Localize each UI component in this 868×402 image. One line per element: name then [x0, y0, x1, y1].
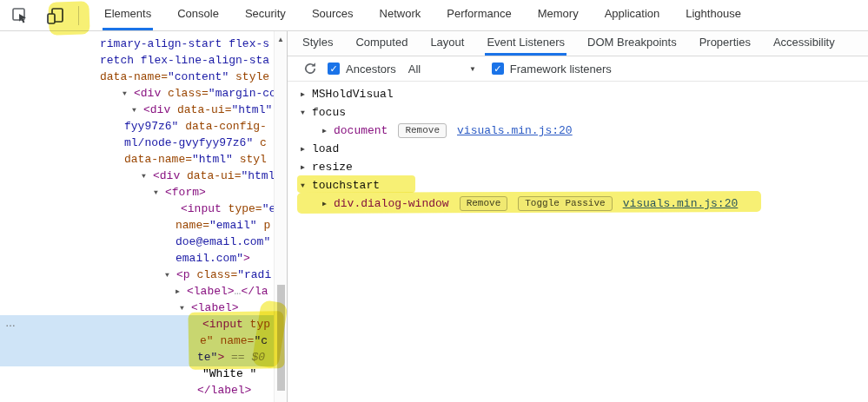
code-line[interactable]: ml/node-gvyfyy97z6" c	[0, 135, 274, 151]
code-token: <input	[202, 318, 243, 331]
tab-console[interactable]: Console	[176, 0, 221, 30]
expand-arrow-icon: ▼	[132, 102, 143, 118]
tab-memory[interactable]: Memory	[536, 0, 580, 30]
code-line[interactable]: email.com">	[0, 250, 274, 267]
code-token: "html	[241, 169, 274, 182]
code-token: class=	[190, 268, 238, 281]
inspect-element-icon[interactable]	[9, 4, 31, 27]
elements-scrollbar[interactable]: ▲	[274, 31, 287, 402]
tab-lighthouse[interactable]: Lighthouse	[684, 0, 743, 30]
sidebar-tab-dom-breakpoints[interactable]: DOM Breakpoints	[586, 31, 679, 56]
dom-tree: rimary-align-start flex-sretch flex-line…	[0, 31, 287, 399]
code-token: <label>	[187, 285, 235, 298]
expand-arrow-icon: ▼	[123, 85, 134, 102]
tab-application[interactable]: Application	[603, 0, 662, 30]
remove-button[interactable]: Remove	[460, 196, 508, 211]
sidebar-tab-properties[interactable]: Properties	[698, 31, 752, 56]
code-token: </label>	[197, 384, 251, 397]
tab-security[interactable]: Security	[243, 0, 288, 30]
code-token: >	[243, 252, 250, 265]
toolbar-divider	[78, 6, 79, 25]
code-line[interactable]: data-name="html" styl	[0, 151, 274, 168]
code-line[interactable]: "White "	[0, 366, 274, 382]
listener-target-row[interactable]: ▶div.dialog-windowRemoveToggle Passivevi…	[288, 194, 868, 213]
tab-elements[interactable]: Elements	[103, 0, 153, 30]
code-line[interactable]: data-name="content" style	[0, 69, 274, 85]
code-token: ml/node-gvyfyy97z6"	[124, 136, 253, 149]
devtools-toolbar: ElementsConsoleSecuritySourcesNetworkPer…	[0, 0, 868, 31]
sidebar-tab-layout[interactable]: Layout	[428, 31, 466, 56]
listener-target-row[interactable]: ▶documentRemovevisuals.min.js:20	[288, 122, 868, 140]
code-line[interactable]: ▼<div class="margin-co	[0, 85, 274, 102]
listener-event-touchstart[interactable]: ▼touchstart	[288, 176, 868, 194]
code-token: doe@email.com"	[176, 235, 270, 248]
remove-button[interactable]: Remove	[398, 123, 447, 138]
tab-network[interactable]: Network	[378, 0, 423, 30]
toggle-passive-button[interactable]: Toggle Passive	[518, 196, 612, 211]
code-line[interactable]: rimary-align-start flex-s	[0, 36, 274, 52]
collapse-arrow-icon: ▶	[322, 122, 334, 140]
code-token: "html"	[192, 153, 233, 166]
code-line[interactable]: ▼<p class="radi	[0, 267, 274, 283]
tab-sources[interactable]: Sources	[310, 0, 355, 30]
event-filter-dropdown[interactable]: All ▼	[408, 63, 476, 76]
code-line[interactable]: retch flex-line-align-sta	[0, 52, 274, 69]
listener-event-resize[interactable]: ▶resize	[288, 158, 868, 176]
code-line[interactable]: <input type="e	[0, 201, 274, 217]
refresh-icon[interactable]	[303, 62, 317, 76]
code-token: "e	[262, 202, 274, 215]
scrollbar-thumb[interactable]	[277, 285, 285, 391]
code-line[interactable]: </label>	[0, 382, 274, 399]
code-line[interactable]: ▼<div data-ui="html	[0, 168, 274, 184]
elements-tree-panel: … rimary-align-start flex-sretch flex-li…	[0, 31, 288, 402]
source-location-link[interactable]: visuals.min.js:20	[457, 122, 573, 140]
code-token: name=	[176, 219, 209, 232]
code-token: retch flex-line-align-sta	[100, 54, 269, 67]
ancestors-checkbox[interactable]: ✓	[328, 63, 340, 75]
code-token: data-name=	[100, 70, 168, 83]
tab-performance[interactable]: Performance	[445, 0, 513, 30]
code-token: data-ui=	[170, 103, 231, 116]
code-line[interactable]: e" name="c	[0, 333, 274, 349]
code-line[interactable]: ▼<form>	[0, 184, 274, 201]
code-token: <div	[153, 169, 180, 182]
code-token: "margin-co	[209, 87, 274, 100]
elements-sidebar: StylesComputedLayoutEvent ListenersDOM B…	[288, 31, 868, 402]
code-line[interactable]: ▼<label>	[0, 300, 274, 316]
code-line[interactable]: fyy97z6" data-config-	[0, 118, 274, 135]
event-name: resize	[312, 158, 353, 176]
code-token: data-name=	[124, 153, 192, 166]
code-token: "email"	[209, 219, 257, 232]
event-listeners-list: ▶MSHoldVisual▼focus▶documentRemovevisual…	[288, 82, 868, 213]
collapse-arrow-icon: ▶	[301, 85, 312, 103]
listener-event-msholdvisual[interactable]: ▶MSHoldVisual	[288, 85, 868, 103]
code-token: styl	[233, 153, 267, 166]
code-line[interactable]: ▼<div data-ui="html"	[0, 102, 274, 118]
listener-event-load[interactable]: ▶load	[288, 140, 868, 158]
code-line[interactable]: doe@email.com"	[0, 234, 274, 250]
sidebar-tab-accessibility[interactable]: Accessibility	[772, 31, 837, 56]
code-line[interactable]: te"> == $0	[0, 349, 274, 366]
event-name: touchstart	[312, 176, 380, 194]
listener-event-focus[interactable]: ▼focus	[288, 103, 868, 122]
code-token: data-ui=	[180, 169, 241, 182]
sidebar-tab-styles[interactable]: Styles	[301, 31, 335, 56]
listener-node-link[interactable]: document	[334, 122, 388, 140]
listener-node-link[interactable]: div.dialog-window	[334, 194, 449, 213]
code-token: <input	[181, 202, 222, 215]
collapse-arrow-icon: ▶	[176, 283, 187, 300]
code-line[interactable]: <input typ	[0, 316, 274, 333]
toggle-device-toolbar-icon[interactable]	[43, 4, 66, 27]
framework-listeners-checkbox[interactable]: ✓	[492, 63, 504, 75]
code-token: <form>	[165, 186, 206, 199]
sidebar-tab-computed[interactable]: Computed	[354, 31, 409, 56]
code-token: data-config-	[178, 120, 266, 133]
code-line[interactable]: ▶<label>…</la	[0, 283, 274, 300]
event-listeners-toolbar: ✓ Ancestors All ▼ ✓ Framework listeners	[288, 56, 868, 82]
main-panel-tabs: ElementsConsoleSecuritySourcesNetworkPer…	[81, 0, 754, 30]
code-line[interactable]: name="email" p	[0, 217, 274, 234]
scroll-up-icon[interactable]: ▲	[275, 36, 287, 43]
sidebar-tab-event-listeners[interactable]: Event Listeners	[485, 31, 567, 56]
source-location-link[interactable]: visuals.min.js:20	[623, 194, 739, 213]
code-token: style	[229, 70, 269, 83]
